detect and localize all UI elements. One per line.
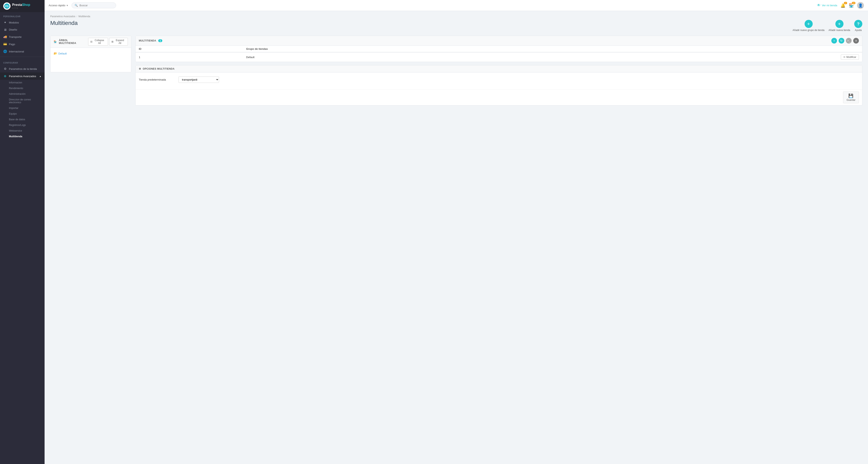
plus-box-icon: ⊞ <box>112 40 114 43</box>
sidebar-item-parametros-tienda[interactable]: ⚙ Parametros de la tienda <box>0 65 44 72</box>
table-add-btn[interactable]: + <box>831 38 837 43</box>
breadcrumb-separator: / <box>76 15 77 18</box>
table-body: 1 Default ✏ Modificar <box>135 52 862 62</box>
table-title: Multitienda <box>139 39 156 42</box>
sidebar-item-transporte[interactable]: 🚚 Transporte <box>0 33 44 40</box>
form-row-tienda: Tienda predeterminada transportjardi <box>139 76 859 83</box>
quick-access-label: Acceso rápido <box>49 4 65 7</box>
plus-icon: ⊕ <box>3 74 7 78</box>
search-bar[interactable]: 🔍 <box>71 2 116 8</box>
cell-id: 1 <box>135 52 243 62</box>
sidebar-item-multitienda[interactable]: Multitienda <box>9 134 44 139</box>
sidebar-item-base-datos[interactable]: Base de datos <box>9 117 44 122</box>
options-header: ⚙ Opciones Multitienda <box>135 65 862 72</box>
tienda-select[interactable]: transportjardi <box>179 76 219 83</box>
sidebar-item-modulos[interactable]: ✦ Modulos <box>0 19 44 26</box>
table-card-header: Multitienda 1 + ↻ >_ ≡ <box>135 36 862 46</box>
breadcrumb: Parametros Avanzados / Multitienda <box>50 15 862 18</box>
add-shop-btn[interactable]: + Añadir nueva tienda <box>829 20 850 32</box>
topbar-right: 👁 Ver mi tienda 🔔 2 🏪 16 👤 <box>817 2 864 9</box>
sidebar-item-administracion[interactable]: Administración <box>9 91 44 97</box>
collapse-all-btn[interactable]: ⊟ Collapse All <box>88 38 108 45</box>
user-icon: 👤 <box>858 3 863 8</box>
sidebar: PS PrestaShop 1.7.7.3 Personalizar ✦ Mod… <box>0 0 44 464</box>
notifications-badge: 2 <box>844 2 847 4</box>
options-title: Opciones Multitienda <box>143 67 175 70</box>
col-grupo: Grupo de tiendas <box>243 46 574 52</box>
quick-access-arrow: ▼ <box>66 4 68 7</box>
expand-all-btn[interactable]: ⊞ Expand All <box>109 38 128 45</box>
puzzle-icon: ✦ <box>3 21 7 24</box>
sidebar-item-informacion[interactable]: Informacion <box>9 80 44 86</box>
notifications-btn[interactable]: 🔔 2 <box>840 3 845 8</box>
globe-icon: 🌐 <box>3 49 7 53</box>
sidebar-item-diseno[interactable]: 🖥 Diseño <box>0 26 44 33</box>
add-shop-label: Añadir nueva tienda <box>829 29 850 32</box>
col-id: ID <box>135 46 243 52</box>
modify-label: Modificar <box>846 56 856 59</box>
options-card: ⚙ Opciones Multitienda Tienda predetermi… <box>135 65 862 105</box>
add-group-label: Añadir nuevo grupo de tienda <box>793 29 825 32</box>
sidebar-item-parametros-avanzados[interactable]: ⊕ Parametros Avanzados ▲ <box>0 72 44 80</box>
tree-item-default[interactable]: 📂 Default <box>54 51 128 56</box>
sidebar-item-registros[interactable]: Registros/Logs <box>9 122 44 128</box>
sidebar-item-equipo[interactable]: Equipo <box>9 111 44 117</box>
right-panel: Multitienda 1 + ↻ >_ ≡ ID <box>135 36 862 105</box>
help-icon: ? <box>854 20 862 28</box>
minus-icon: ⊟ <box>90 40 92 43</box>
tree-title: Árbol Multitienda <box>59 39 86 44</box>
quick-access-menu[interactable]: Acceso rápido ▼ <box>49 4 68 7</box>
sidebar-item-webservice[interactable]: Webservice <box>9 128 44 134</box>
table-refresh-btn[interactable]: ↻ <box>839 38 844 43</box>
tree-body: 📂 Default <box>51 48 131 72</box>
help-btn[interactable]: ? Ayuda <box>854 20 862 32</box>
page-header: Multitienda + Añadir nuevo grupo de tien… <box>50 20 862 32</box>
search-icon: 🔍 <box>74 4 78 7</box>
updates-badge: 16 <box>852 2 856 4</box>
view-shop-btn[interactable]: 👁 Ver mi tienda <box>817 3 837 7</box>
save-button[interactable]: 💾 Guardar <box>843 92 859 103</box>
save-icon: 💾 <box>848 93 854 98</box>
logo-presta: Presta <box>12 3 22 6</box>
main-area: Acceso rápido ▼ 🔍 👁 Ver mi tienda 🔔 2 🏪 … <box>44 0 868 464</box>
tree-btn-group: ⊟ Collapse All ⊞ Expand All <box>88 38 128 45</box>
sidebar-item-importar[interactable]: Importar <box>9 105 44 111</box>
multitienda-table-card: Multitienda 1 + ↻ >_ ≡ ID <box>135 36 862 62</box>
chevron-up-icon: ▲ <box>39 75 41 77</box>
updates-btn[interactable]: 🏪 16 <box>849 3 854 8</box>
table-head: ID Grupo de tiendas <box>135 46 862 52</box>
table-settings-btn[interactable]: ≡ <box>853 38 859 43</box>
table-terminal-btn[interactable]: >_ <box>846 38 851 43</box>
table-row: 1 Default ✏ Modificar <box>135 52 862 62</box>
tree-card-header: 🏪 Árbol Multitienda ⊟ Collapse All ⊞ Exp… <box>51 36 131 48</box>
cell-action: ✏ Modificar <box>574 52 862 62</box>
logo-version: 1.7.7.3 <box>12 7 30 9</box>
section-label-configurar: Configurar <box>0 59 44 65</box>
sidebar-item-pago[interactable]: 💳 Pago <box>0 40 44 48</box>
svg-text:PS: PS <box>5 5 8 8</box>
table-actions: + ↻ >_ ≡ <box>831 38 859 43</box>
logo-shop: Shop <box>22 3 30 6</box>
search-input[interactable] <box>80 4 112 7</box>
breadcrumb-parent[interactable]: Parametros Avanzados <box>50 15 75 18</box>
add-group-icon: + <box>805 20 813 28</box>
page-actions: + Añadir nuevo grupo de tienda + Añadir … <box>793 20 862 32</box>
two-col-layout: 🏪 Árbol Multitienda ⊟ Collapse All ⊞ Exp… <box>50 36 862 105</box>
add-shop-icon: + <box>835 20 843 28</box>
table-header-row: ID Grupo de tiendas <box>135 46 862 52</box>
section-label-personalizar: Personalizar <box>0 12 44 19</box>
sidebar-item-correo[interactable]: Direccion de correo electronico <box>9 97 44 105</box>
gear-icon: ⚙ <box>3 67 7 71</box>
pencil-icon: ✏ <box>843 56 845 59</box>
sidebar-item-internacional[interactable]: 🌐 Internacional <box>0 48 44 55</box>
page-title: Multitienda <box>50 20 78 26</box>
user-avatar[interactable]: 👤 <box>857 2 864 9</box>
breadcrumb-current: Multitienda <box>79 15 90 18</box>
sidebar-item-rendimiento[interactable]: Rendimiento <box>9 86 44 91</box>
logo-area: PS PrestaShop 1.7.7.3 <box>0 0 44 12</box>
add-group-btn[interactable]: + Añadir nuevo grupo de tienda <box>793 20 825 32</box>
card-icon: 💳 <box>3 42 7 46</box>
topbar: Acceso rápido ▼ 🔍 👁 Ver mi tienda 🔔 2 🏪 … <box>44 0 868 11</box>
modify-btn[interactable]: ✏ Modificar <box>841 55 859 60</box>
parametros-avanzados-submenu: Informacion Rendimiento Administración D… <box>0 80 44 139</box>
